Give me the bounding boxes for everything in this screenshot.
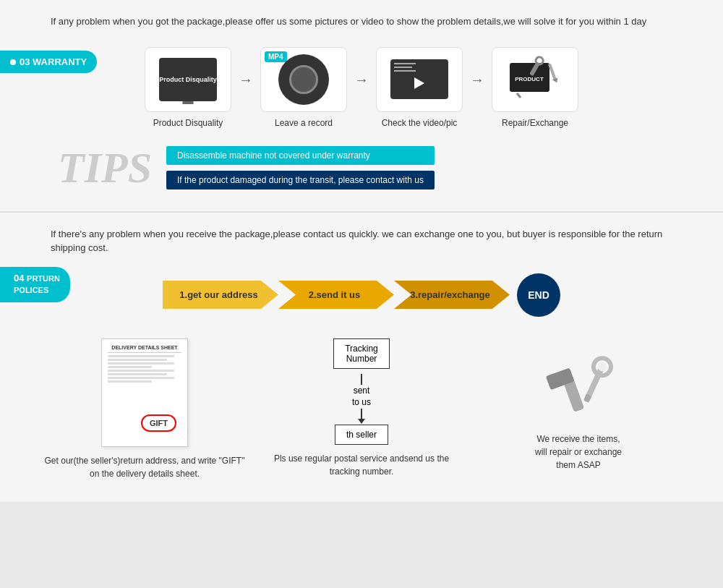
warranty-steps: Product Disquality Product Disquality → …: [43, 47, 680, 128]
delivery-sheet-title: DELIVERY DETAILS SHEET: [108, 345, 181, 353]
seller-box: th seller: [335, 425, 388, 445]
step-repair-exchange: PRODUCT Repair/Exchan: [492, 47, 578, 128]
return-col-1-text: Get our(the seller's)return address, and…: [43, 454, 246, 480]
process-steps: 1.get our address 2.send it us 3.repair/…: [43, 273, 680, 317]
arrow-2: →: [354, 72, 369, 88]
tracking-number-box: Tracking Number: [333, 338, 390, 369]
step-label-3: Check the video/pic: [382, 118, 458, 128]
step-product-disquality: Product Disquality Product Disquality: [145, 47, 231, 128]
page-wrapper: If any problem when you got the package,…: [0, 0, 723, 502]
delivery-line: [108, 362, 174, 365]
return-col-tools: We receive the items, will repair or exc…: [477, 338, 680, 480]
delivery-lines: [108, 355, 181, 383]
return-col-3-text: We receive the items, will repair or exc…: [535, 433, 622, 472]
process-step-1: 1.get our address: [163, 281, 278, 309]
step-icon-tools: PRODUCT: [492, 47, 578, 112]
svg-line-2: [517, 93, 521, 98]
process-step-3: 3.repair/exchange: [394, 281, 510, 309]
repair-tools-icon: PRODUCT: [506, 56, 564, 103]
return-col-2-text: Pls use regular postal service andsend u…: [260, 452, 463, 478]
svg-marker-6: [552, 78, 560, 84]
step-icon-camera: MP4: [260, 47, 347, 112]
badge-dot: [10, 59, 16, 65]
return-intro: If there's any problem when you receive …: [43, 227, 680, 255]
gift-badge: GIFT: [141, 414, 176, 432]
delivery-line: [108, 377, 174, 379]
delivery-line: [108, 370, 174, 372]
tips-section: TIPS Disassemble machine not covered und…: [43, 146, 680, 189]
return-section: If there's any problem when you receive …: [0, 213, 723, 502]
return-badge-label: 04 PRTURN POLICES: [14, 273, 60, 297]
warranty-badge-label: 03 WARRANTY: [20, 56, 87, 67]
delivery-line: [108, 355, 174, 357]
return-col-delivery: DELIVERY DETAILS SHEET GIFT Get our(the …: [43, 338, 246, 480]
step-check-video: Check the video/pic: [376, 47, 463, 128]
svg-text:PRODUCT: PRODUCT: [515, 76, 544, 82]
tools-svg-icon: [539, 342, 618, 422]
tracking-diagram: Tracking Number sent to us th seller: [333, 338, 390, 446]
camera-lens: [289, 65, 318, 94]
tracking-connector-line: [361, 374, 362, 385]
step-label-4: Repair/Exchange: [502, 118, 568, 128]
step-label-2: Leave a record: [275, 118, 333, 128]
arrow-3: →: [470, 72, 484, 88]
delivery-sheet-illustration: DELIVERY DETAILS SHEET GIFT: [101, 338, 188, 447]
sent-label: sent to us: [352, 385, 371, 409]
tip-message-2: If the product damaged during the transi…: [166, 171, 435, 189]
tools-illustration: [535, 338, 622, 425]
step-icon-video: [376, 47, 463, 112]
tip-message-1: Disassemble machine not covered under wa…: [166, 146, 435, 165]
arrow-down-icon: [358, 419, 365, 424]
video-icon: [390, 59, 448, 99]
step-label-1: Product Disquality: [153, 118, 223, 128]
process-step-2: 2.send it us: [278, 281, 394, 309]
arrow-1: →: [239, 72, 253, 88]
return-col-tracking: Tracking Number sent to us th seller: [260, 338, 463, 480]
step-leave-record: MP4 Leave a record: [260, 47, 347, 128]
step-icon-product: Product Disquality: [145, 47, 231, 112]
mp4-badge: MP4: [265, 51, 287, 62]
camera-icon: [278, 54, 329, 105]
warranty-badge: 03 WARRANTY: [0, 51, 97, 73]
product-icon: Product Disquality: [159, 58, 217, 101]
tracking-line-down: [361, 409, 362, 419]
tips-messages: Disassemble machine not covered under wa…: [166, 146, 435, 189]
tips-title: TIPS: [58, 146, 152, 189]
delivery-line: [108, 373, 167, 375]
delivery-line: [108, 366, 152, 368]
delivery-line: [108, 380, 152, 383]
warranty-intro: If any problem when you got the package,…: [43, 14, 680, 29]
end-circle: END: [517, 273, 560, 317]
return-info: DELIVERY DETAILS SHEET GIFT Get our(the …: [43, 338, 680, 480]
play-icon: [414, 77, 424, 89]
warranty-section: If any problem when you got the package,…: [0, 0, 723, 213]
return-badge: 04 PRTURN POLICES: [0, 267, 70, 303]
delivery-line: [108, 359, 167, 361]
